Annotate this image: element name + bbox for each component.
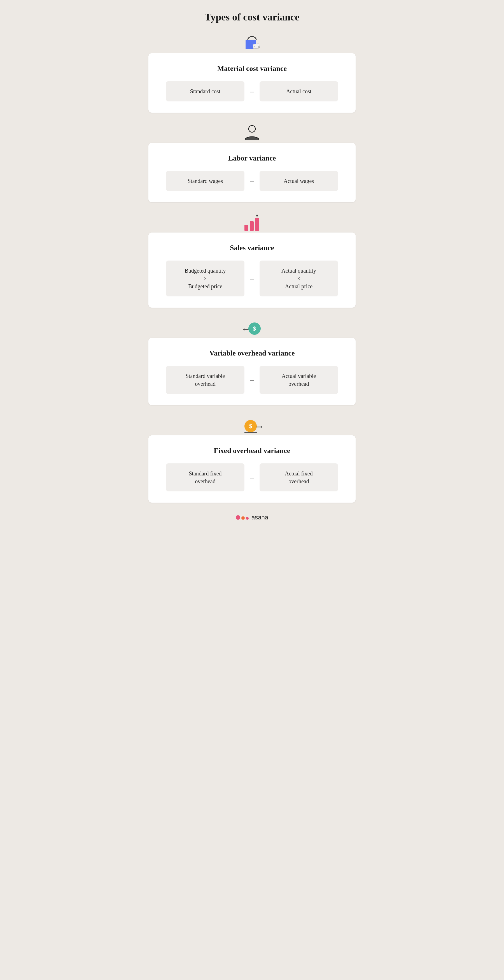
material-card-title: Material cost variance [160, 64, 344, 73]
labor-left-box: Standard wages [166, 171, 244, 191]
fixed-card-title: Fixed overhead variance [160, 447, 344, 455]
sales-card-title: Sales variance [160, 244, 344, 252]
material-right-box: Actual cost [260, 81, 338, 102]
svg-marker-11 [243, 328, 245, 331]
sales-operator: – [250, 274, 254, 283]
svg-rect-7 [255, 218, 259, 231]
sales-section: Sales variance Budgeted quantity × Budge… [148, 213, 356, 308]
variable-section: $ Variable overhead variance Standard va… [148, 319, 356, 405]
bar-chart-icon [242, 213, 262, 233]
sales-left-box: Budgeted quantity × Budgeted price [166, 261, 244, 296]
variable-icon-container: $ [148, 319, 356, 339]
svg-rect-6 [250, 221, 254, 231]
material-icon-container [148, 34, 356, 54]
material-operator: – [250, 87, 254, 96]
svg-point-3 [254, 46, 255, 47]
svg-marker-9 [256, 214, 258, 216]
page-title: Types of cost variance [148, 11, 356, 23]
fixed-section: $ Fixed overhead variance Standard fixed… [148, 416, 356, 503]
variable-left-box: Standard variable overhead [166, 366, 244, 394]
asana-dot-2 [241, 516, 245, 520]
fixed-left-box: Standard fixed overhead [166, 463, 244, 492]
fixed-right-box: Actual fixed overhead [260, 463, 338, 492]
variable-right-box: Actual variable overhead [260, 366, 338, 394]
dollar-orange-icon: $ [242, 416, 262, 436]
svg-rect-5 [244, 225, 248, 231]
labor-operator: – [250, 177, 254, 186]
sales-icon-container [148, 213, 356, 233]
svg-marker-2 [258, 46, 261, 48]
shopping-bag-icon [242, 34, 262, 54]
asana-dot-1 [236, 515, 240, 520]
svg-text:$: $ [253, 325, 256, 332]
asana-brand-name: asana [252, 514, 268, 521]
material-card: Material cost variance Standard cost – A… [148, 53, 356, 113]
variable-operator: – [250, 375, 254, 384]
variable-card: Variable overhead variance Standard vari… [148, 338, 356, 405]
fixed-operator: – [250, 473, 254, 482]
labor-formula-row: Standard wages – Actual wages [160, 171, 344, 191]
footer: asana [148, 514, 356, 521]
dollar-teal-icon: $ [242, 319, 262, 339]
variable-formula-row: Standard variable overhead – Actual vari… [160, 366, 344, 394]
sales-formula-row: Budgeted quantity × Budgeted price – Act… [160, 261, 344, 296]
labor-card: Labor variance Standard wages – Actual w… [148, 143, 356, 202]
asana-logo-dots [236, 515, 249, 520]
material-left-box: Standard cost [166, 81, 244, 102]
sales-card: Sales variance Budgeted quantity × Budge… [148, 232, 356, 308]
asana-dot-3 [246, 517, 249, 520]
fixed-card: Fixed overhead variance Standard fixed o… [148, 435, 356, 503]
svg-marker-18 [261, 426, 262, 428]
labor-right-box: Actual wages [260, 171, 338, 191]
fixed-formula-row: Standard fixed overhead – Actual fixed o… [160, 463, 344, 492]
svg-point-4 [249, 126, 255, 132]
labor-section: Labor variance Standard wages – Actual w… [148, 124, 356, 202]
variable-card-title: Variable overhead variance [160, 349, 344, 358]
person-icon [242, 124, 262, 143]
material-section: Material cost variance Standard cost – A… [148, 34, 356, 113]
svg-text:$: $ [249, 423, 252, 430]
fixed-icon-container: $ [148, 416, 356, 436]
sales-right-box: Actual quantity × Actual price [260, 261, 338, 296]
labor-icon-container [148, 124, 356, 143]
labor-card-title: Labor variance [160, 154, 344, 162]
material-formula-row: Standard cost – Actual cost [160, 81, 344, 102]
